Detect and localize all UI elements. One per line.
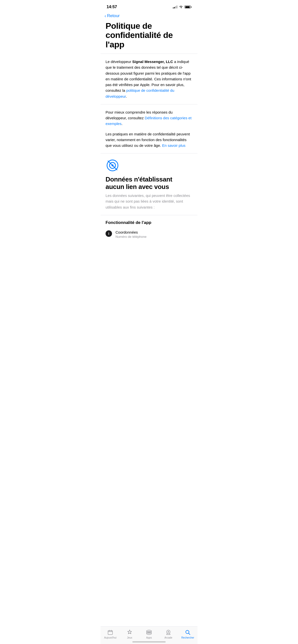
data-item-content: Coordonnées Numéro de téléphone [115, 230, 146, 238]
page-title: Politique de confidentialité de l'app [105, 21, 193, 49]
understand-section: Pour mieux comprendre les réponses du dé… [105, 104, 193, 154]
data-item-label: Coordonnées [115, 230, 146, 234]
no-link-description: Les données suivantes, qui peuvent être … [105, 193, 193, 210]
no-link-section: Données n'établissant aucun lien avec vo… [105, 154, 193, 215]
bottom-spacer [105, 244, 193, 269]
intro-section: Le développeur Signal Messenger, LLC a i… [105, 54, 193, 104]
data-item-sublabel: Numéro de téléphone [115, 235, 146, 238]
understand-text-2: Les pratiques en matière de confidential… [105, 131, 193, 148]
info-icon: i [105, 230, 112, 237]
intro-text-after: a indiqué que le traitement des données … [105, 60, 191, 92]
intro-text-before: Le développeur [105, 60, 132, 64]
main-content: Politique de confidentialité de l'app Le… [101, 21, 197, 269]
intro-text-end: . [126, 94, 127, 98]
app-function-section: Fonctionnalité de l'app i Coordonnées Nu… [105, 215, 193, 244]
back-chevron-icon: ‹ [104, 14, 106, 18]
understand-text-1: Pour mieux comprendre les réponses du dé… [105, 109, 193, 127]
status-icons [173, 6, 192, 8]
status-bar: 14:57 [101, 0, 197, 12]
wifi-icon [179, 6, 183, 8]
back-button-label: Retour [107, 14, 120, 18]
info-icon-letter: i [108, 232, 109, 236]
back-button[interactable]: ‹ Retour [101, 12, 197, 21]
status-time: 14:57 [106, 4, 117, 10]
signal-bars-icon [173, 6, 177, 8]
app-function-heading: Fonctionnalité de l'app [105, 220, 193, 225]
intro-text: Le développeur Signal Messenger, LLC a i… [105, 59, 193, 99]
battery-icon [185, 6, 192, 8]
no-link-heading: Données n'établissant aucun lien avec vo… [105, 176, 193, 191]
data-item: i Coordonnées Numéro de téléphone [105, 229, 193, 240]
no-track-icon [105, 158, 119, 172]
learn-more-link[interactable]: En savoir plus [162, 143, 186, 148]
understand-after-link: . [121, 122, 122, 126]
developer-name: Signal Messenger, LLC [132, 60, 173, 64]
